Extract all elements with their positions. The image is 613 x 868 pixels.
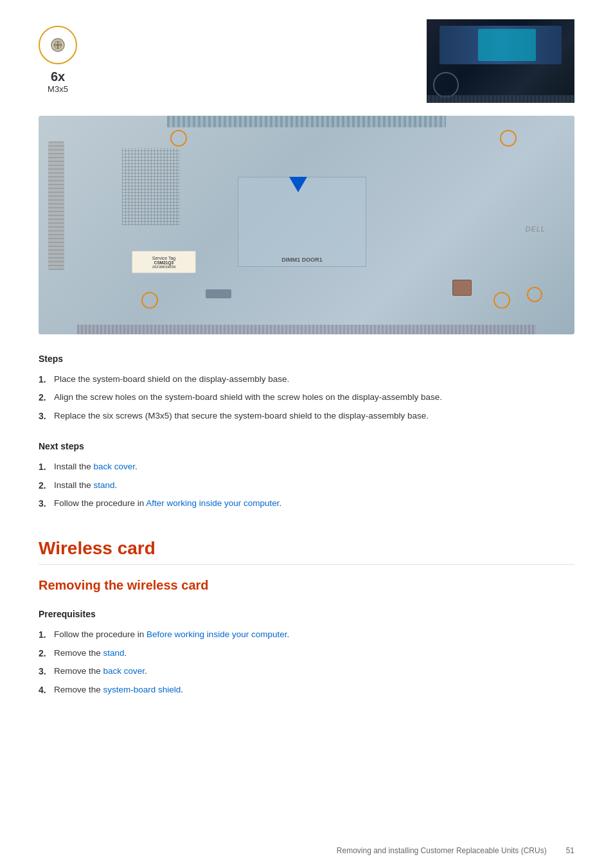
step-1: 1. Place the system-board shield on the …	[39, 370, 574, 388]
footer-page-number: 51	[566, 846, 574, 855]
system-board-shield-link[interactable]: system-board shield	[103, 685, 181, 694]
prereq-4-num: 4.	[39, 683, 49, 697]
screw-size: M3x5	[48, 84, 68, 94]
prereq-1: 1. Follow the procedure in Before workin…	[39, 626, 574, 644]
screw-icon	[39, 26, 77, 64]
step-1-num: 1.	[39, 372, 49, 386]
prereq-2: 2. Remove the stand.	[39, 644, 574, 662]
next-step-2: 2. Install the stand.	[39, 476, 574, 494]
prereq-3-content: Remove the back cover.	[54, 664, 147, 678]
step-2: 2. Align the screw holes on the system-b…	[39, 388, 574, 406]
next-steps-section: Next steps 1. Install the back cover. 2.…	[39, 441, 574, 512]
next-step-1: 1. Install the back cover.	[39, 458, 574, 476]
screw-info-block: 6x M3x5	[39, 26, 77, 94]
removing-wireless-card-heading: Removing the wireless card	[39, 578, 574, 593]
steps-heading: Steps	[39, 354, 574, 364]
step-3-text: Replace the six screws (M3x5) that secur…	[54, 409, 429, 423]
after-working-link[interactable]: After working inside your computer	[146, 498, 279, 508]
prereq-3: 3. Remove the back cover.	[39, 662, 574, 680]
prereq-4: 4. Remove the system-board shield.	[39, 681, 574, 699]
next-steps-list: 1. Install the back cover. 2. Install th…	[39, 458, 574, 512]
prereq-2-content: Remove the stand.	[54, 646, 127, 660]
wireless-card-title: Wireless card	[39, 538, 574, 565]
next-step-3: 3. Follow the procedure in After working…	[39, 494, 574, 512]
next-step-3-num: 3.	[39, 496, 49, 511]
step-3-num: 3.	[39, 409, 49, 423]
step-3: 3. Replace the six screws (M3x5) that se…	[39, 407, 574, 425]
step-2-num: 2.	[39, 390, 49, 404]
before-working-link[interactable]: Before working inside your computer	[147, 629, 287, 639]
prerequisites-section: Prerequisites 1. Follow the procedure in…	[39, 609, 574, 699]
prereq-1-content: Follow the procedure in Before working i…	[54, 628, 289, 642]
main-diagram-image: Service Tag CSM21Q3 26239833659 DIMM1 DO…	[39, 116, 574, 334]
back-cover-remove-link[interactable]: back cover	[103, 666, 145, 676]
step-1-text: Place the system-board shield on the dis…	[54, 372, 289, 386]
prereq-3-num: 3.	[39, 664, 49, 678]
next-step-1-content: Install the back cover.	[54, 460, 138, 474]
steps-list: 1. Place the system-board shield on the …	[39, 370, 574, 425]
next-step-2-num: 2.	[39, 478, 49, 493]
prereq-4-content: Remove the system-board shield.	[54, 683, 183, 697]
prereq-2-num: 2.	[39, 646, 49, 660]
next-step-3-content: Follow the procedure in After working in…	[54, 496, 281, 511]
prerequisites-heading: Prerequisites	[39, 609, 574, 619]
back-cover-link[interactable]: back cover	[94, 462, 136, 471]
next-steps-heading: Next steps	[39, 441, 574, 451]
page-footer: Removing and installing Customer Replace…	[337, 846, 574, 855]
step-2-text: Align the screw holes on the system-boar…	[54, 390, 442, 404]
stand-link-remove[interactable]: stand	[103, 648, 125, 658]
screw-count: 6x	[51, 69, 65, 84]
stand-link-install[interactable]: stand	[94, 480, 115, 490]
prerequisites-list: 1. Follow the procedure in Before workin…	[39, 626, 574, 699]
top-right-image	[427, 19, 574, 103]
next-step-1-num: 1.	[39, 460, 49, 474]
footer-chapter-text: Removing and installing Customer Replace…	[337, 846, 547, 855]
steps-section: Steps 1. Place the system-board shield o…	[39, 354, 574, 425]
prereq-1-num: 1.	[39, 628, 49, 642]
next-step-2-content: Install the stand.	[54, 478, 117, 493]
